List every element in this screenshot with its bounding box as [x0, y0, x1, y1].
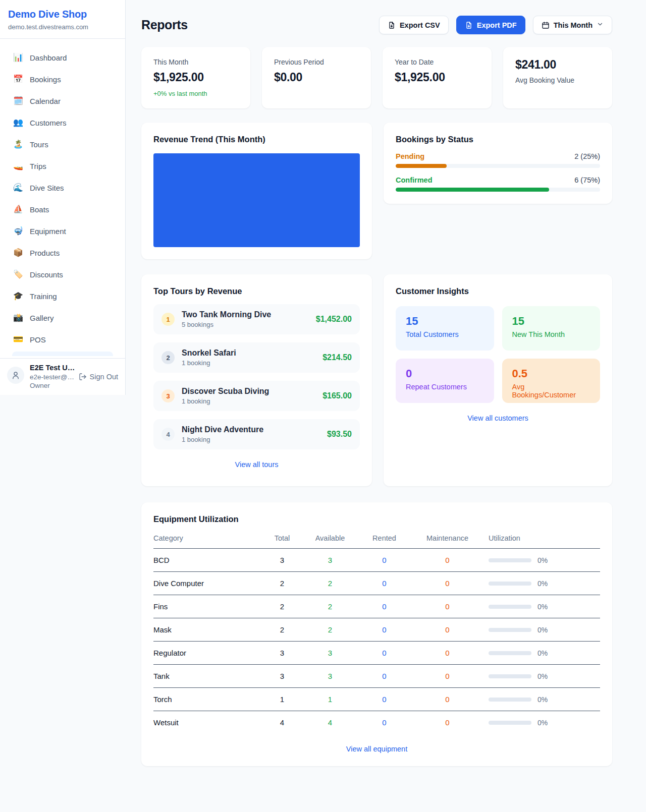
sidebar-item-label: Dashboard	[30, 53, 67, 62]
view-all-tours-link[interactable]: View all tours	[153, 460, 360, 469]
export-pdf-label: Export PDF	[477, 21, 517, 29]
tile-value: 0	[406, 367, 484, 380]
tile-label: Avg Bookings/Customer	[512, 383, 590, 399]
equipment-maintenance: 0	[408, 649, 487, 657]
brand: Demo Dive Shop demo.test.divestreams.com	[0, 0, 125, 39]
tour-revenue: $93.50	[327, 430, 352, 439]
sidebar-item-customers[interactable]: 👥 Customers	[6, 113, 119, 132]
view-all-equipment-link[interactable]: View all equipment	[153, 745, 600, 753]
table-row: Regulator 3 3 0 0 0%	[153, 642, 600, 665]
column-header: Maintenance	[408, 534, 487, 542]
utilization-bar	[489, 605, 531, 609]
bookings-icon: 📅	[13, 75, 23, 83]
progress-fill	[396, 188, 549, 192]
sidebar-nav: 📊 Dashboard 📅 Bookings 🗓️ Calendar 👥 Cus…	[0, 39, 125, 356]
column-header: Available	[300, 534, 360, 542]
bookings-by-status-title: Bookings by Status	[396, 135, 600, 144]
list-item: 2 Snorkel Safari 1 booking $214.50	[153, 342, 360, 373]
sidebar-active-item-partial[interactable]	[12, 352, 113, 356]
table-row: Dive Computer 2 2 0 0 0%	[153, 572, 600, 595]
equipment-total: 4	[264, 718, 300, 727]
equipment-rented: 0	[360, 695, 408, 704]
sidebar-item-label: Gallery	[30, 314, 54, 322]
tour-bookings: 5 bookings	[182, 321, 309, 328]
equipment-category: Wetsuit	[153, 718, 264, 727]
equipment-category: Mask	[153, 625, 264, 634]
person-icon	[11, 371, 20, 380]
sidebar-item-label: Boats	[30, 205, 49, 214]
pos-icon: 💳	[13, 335, 23, 343]
trips-icon: 🚤	[13, 162, 23, 170]
equipment-category: BCD	[153, 556, 264, 564]
file-download-icon	[465, 21, 473, 29]
table-row: Tank 3 3 0 0 0%	[153, 665, 600, 688]
sidebar-item-training[interactable]: 🎓 Training	[6, 286, 119, 306]
view-all-customers-link[interactable]: View all customers	[396, 414, 600, 422]
stat-label: Previous Period	[274, 58, 359, 66]
list-item: 3 Discover Scuba Diving 1 booking $165.0…	[153, 381, 360, 411]
sidebar-item-dashboard[interactable]: 📊 Dashboard	[6, 48, 119, 67]
period-dropdown[interactable]: This Month	[533, 16, 612, 34]
list-item: 4 Night Dive Adventure 1 booking $93.50	[153, 419, 360, 449]
revenue-trend-title: Revenue Trend (This Month)	[153, 135, 360, 144]
sidebar-item-boats[interactable]: ⛵ Boats	[6, 200, 119, 219]
sidebar-item-pos[interactable]: 💳 POS	[6, 330, 119, 349]
sidebar-item-tours[interactable]: 🏝️ Tours	[6, 135, 119, 154]
sign-out-button[interactable]: Sign Out	[79, 373, 118, 381]
stat-value: $241.00	[515, 58, 600, 72]
table-row: Torch 1 1 0 0 0%	[153, 688, 600, 711]
stat-value: $1,925.00	[153, 71, 238, 84]
sidebar-item-label: Bookings	[30, 75, 61, 84]
gallery-icon: 📸	[13, 314, 23, 322]
tile-value: 0.5	[512, 367, 590, 380]
customer-insights-card: Customer Insights 15 Total Customers 15 …	[384, 274, 612, 486]
sidebar-item-equipment[interactable]: 🤿 Equipment	[6, 221, 119, 241]
equipment-rented: 0	[360, 602, 408, 611]
sidebar-item-label: Trips	[30, 162, 46, 170]
tour-bookings: 1 booking	[182, 436, 320, 443]
equipment-rented: 0	[360, 625, 408, 634]
export-pdf-button[interactable]: Export PDF	[456, 16, 525, 34]
column-header: Rented	[360, 534, 408, 542]
sidebar-item-products[interactable]: 📦 Products	[6, 243, 119, 262]
tile-label: New This Month	[512, 330, 590, 338]
utilization-percent: 0%	[537, 695, 548, 704]
revenue-trend-chart	[153, 153, 360, 247]
tours-icon: 🏝️	[13, 140, 23, 148]
sign-out-label: Sign Out	[90, 373, 118, 381]
equipment-available: 1	[300, 695, 360, 704]
progress-track	[396, 188, 600, 192]
tile-value: 15	[406, 315, 484, 328]
sidebar-item-discounts[interactable]: 🏷️ Discounts	[6, 265, 119, 284]
sidebar-item-calendar[interactable]: 🗓️ Calendar	[6, 91, 119, 110]
user-role: Owner	[30, 382, 118, 389]
stat-card-previous-period: Previous Period $0.00	[262, 47, 371, 108]
sidebar-item-label: POS	[30, 335, 46, 344]
equipment-total: 3	[264, 556, 300, 564]
training-icon: 🎓	[13, 292, 23, 300]
sidebar-item-trips[interactable]: 🚤 Trips	[6, 156, 119, 176]
equipment-table: Category Total Available Rented Maintena…	[153, 534, 600, 734]
file-download-icon	[388, 21, 396, 29]
rank-badge: 3	[162, 389, 175, 402]
equipment-category: Dive Computer	[153, 579, 264, 588]
page-header: Reports Export CSV Export PDF This Month	[141, 16, 612, 34]
calendar-icon	[542, 21, 550, 29]
customer-insights-title: Customer Insights	[396, 286, 600, 296]
equipment-total: 2	[264, 625, 300, 634]
table-row: Fins 2 2 0 0 0%	[153, 595, 600, 618]
equipment-rented: 0	[360, 556, 408, 564]
export-csv-button[interactable]: Export CSV	[379, 16, 449, 34]
table-row: Mask 2 2 0 0 0%	[153, 618, 600, 642]
sign-out-icon	[79, 373, 87, 381]
tour-revenue: $214.50	[322, 353, 352, 362]
utilization-bar	[489, 674, 531, 678]
sidebar-item-dive-sites[interactable]: 🌊 Dive Sites	[6, 178, 119, 197]
equipment-available: 3	[300, 556, 360, 564]
equipment-total: 3	[264, 672, 300, 680]
sidebar-item-gallery[interactable]: 📸 Gallery	[6, 308, 119, 327]
sidebar-item-bookings[interactable]: 📅 Bookings	[6, 70, 119, 89]
products-icon: 📦	[13, 249, 23, 257]
discounts-icon: 🏷️	[13, 270, 23, 278]
equipment-category: Tank	[153, 672, 264, 680]
